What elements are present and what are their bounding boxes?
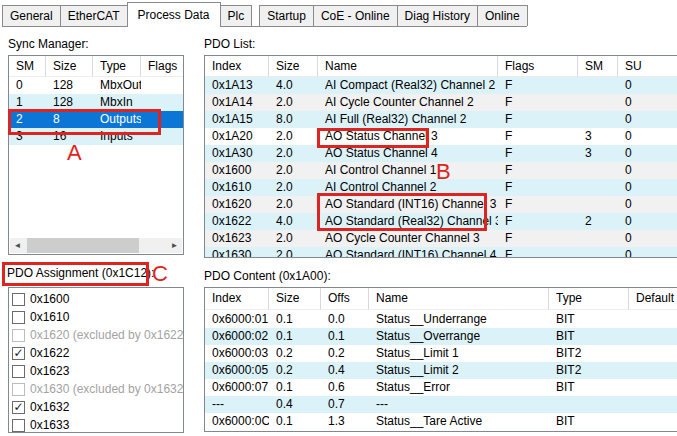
column-header-size[interactable]: Size	[46, 56, 93, 77]
column-header-offs[interactable]: Offs	[321, 288, 369, 310]
pdo-content-row-0x6000-02[interactable]: 0x6000:020.10.1Status__OverrangeBIT	[205, 328, 677, 345]
pdo-content-row-0x6000-0c[interactable]: 0x6000:0C0.11.3Status__Tare ActiveBIT	[205, 413, 677, 430]
cell: 0.1	[269, 379, 321, 396]
column-header-size[interactable]: Size	[269, 288, 321, 310]
cell: 0x1620	[205, 196, 269, 213]
sync-manager-row-3[interactable]: 316Inputs	[9, 128, 183, 145]
cell: 0.4	[321, 362, 369, 379]
cell: 2.0	[269, 179, 318, 196]
pdo-assignment-item-0x1622[interactable]: ✓0x1622	[9, 344, 183, 362]
cell: F	[498, 111, 578, 128]
cell: 0x6000:02	[205, 328, 269, 345]
column-header-default-h[interactable]: Default (h	[629, 288, 677, 310]
pdo-list-row-0x1622[interactable]: 0x16224.0AO Standard (Real32) Channel 3F…	[205, 213, 677, 230]
checkbox-icon[interactable]	[12, 311, 25, 324]
cell: 0	[618, 128, 677, 145]
pdo-content-row-0x6000-07[interactable]: 0x6000:070.10.6Status__ErrorBIT	[205, 379, 677, 396]
column-header-sm[interactable]: SM	[9, 56, 46, 77]
pdo-list-row-0x1620[interactable]: 0x16202.0AO Standard (INT16) Channel 3F0	[205, 196, 677, 213]
cell: 3	[578, 128, 618, 145]
cell	[629, 328, 677, 345]
column-header-name[interactable]: Name	[318, 56, 498, 77]
pdo-content-row-0x6000-05[interactable]: 0x6000:050.20.4Status__Limit 2BIT2	[205, 362, 677, 379]
cell: 0x1623	[205, 230, 269, 247]
cell: 1.3	[321, 413, 369, 430]
checkbox-label: 0x1630 (excluded by 0x1632)	[25, 382, 184, 396]
scroll-left-icon[interactable]: ◄	[10, 238, 25, 253]
pdo-list-row-0x1630[interactable]: 0x16302.0AO Standard (INT16) Channel 4F0	[205, 247, 677, 258]
cell: 128	[46, 77, 93, 94]
column-header-index[interactable]: Index	[205, 56, 269, 77]
sync-manager-table: SMSizeTypeFlags 0128MbxOut1128MbxIn28Out…	[8, 55, 184, 255]
pdo-assignment-item-0x1620[interactable]: 0x1620 (excluded by 0x1622)	[9, 326, 183, 344]
cell: 2.0	[269, 196, 318, 213]
tab-ethercat[interactable]: EtherCAT	[60, 5, 128, 26]
pdo-list-row-0x1a15[interactable]: 0x1A158.0AI Full (Real32) Channel 2F0	[205, 111, 677, 128]
checkbox-icon[interactable]	[12, 293, 25, 306]
tab-coe-online[interactable]: CoE - Online	[313, 5, 398, 26]
sync-manager-row-2[interactable]: 28Outputs	[9, 111, 183, 128]
cell: AI Cycle Counter Channel 2	[318, 94, 498, 111]
cell: 16	[46, 128, 93, 145]
checkbox-icon[interactable]	[12, 329, 25, 342]
cell	[141, 111, 183, 128]
checkbox-icon[interactable]	[12, 365, 25, 378]
pdo-list-row-0x1a20[interactable]: 0x1A202.0AO Status Channel 3F30	[205, 128, 677, 145]
cell	[578, 247, 618, 258]
sync-manager-label: Sync Manager:	[8, 37, 89, 51]
cell	[629, 311, 677, 328]
pdo-list-row-0x1610[interactable]: 0x16102.0AI Control Channel 2F0	[205, 179, 677, 196]
pdo-assignment-item-0x1610[interactable]: 0x1610	[9, 308, 183, 326]
column-header-name[interactable]: Name	[369, 288, 549, 310]
cell	[549, 396, 629, 413]
tab-online[interactable]: Online	[477, 5, 528, 26]
column-header-type[interactable]: Type	[93, 56, 141, 77]
column-header-size[interactable]: Size	[269, 56, 318, 77]
tab-diag-history[interactable]: Diag History	[397, 5, 478, 26]
cell	[629, 345, 677, 362]
column-header-index[interactable]: Index	[205, 288, 269, 310]
column-header-flags[interactable]: Flags	[141, 56, 183, 77]
pdo-list-row-0x1a30[interactable]: 0x1A302.0AO Status Channel 4F30	[205, 145, 677, 162]
pdo-list-row-0x1623[interactable]: 0x16232.0AO Cycle Counter Channel 3F0	[205, 230, 677, 247]
checkbox-icon[interactable]	[12, 383, 25, 396]
pdo-content-label: PDO Content (0x1A00):	[204, 269, 331, 283]
checkbox-icon[interactable]	[12, 419, 25, 432]
tab-process-data[interactable]: Process Data	[127, 2, 221, 27]
pdo-list-row-0x1a13[interactable]: 0x1A134.0AI Compact (Real32) Channel 2F0	[205, 77, 677, 94]
cell: F	[498, 196, 578, 213]
pdo-assignment-item-0x1633[interactable]: 0x1633	[9, 416, 183, 433]
pdo-list-row-0x1600[interactable]: 0x16002.0AI Control Channel 1F0	[205, 162, 677, 179]
pdo-content-header: IndexSizeOffsNameTypeDefault (h	[205, 288, 677, 310]
tab-general[interactable]: General	[2, 5, 61, 26]
cell: 0	[618, 77, 677, 94]
tab-plc[interactable]: Plc	[220, 5, 253, 26]
pdo-content-row-0x6000-03[interactable]: 0x6000:030.20.2Status__Limit 1BIT2	[205, 345, 677, 362]
cell: 2.0	[269, 145, 318, 162]
column-header-type[interactable]: Type	[549, 288, 629, 310]
column-header-sm[interactable]: SM	[578, 56, 618, 77]
pdo-assignment-item-0x1630[interactable]: 0x1630 (excluded by 0x1632)	[9, 380, 183, 398]
cell: F	[498, 145, 578, 162]
scroll-right-icon[interactable]: ►	[167, 238, 182, 253]
column-header-flags[interactable]: Flags	[498, 56, 578, 77]
cell: MbxOut	[93, 77, 141, 94]
tab-startup[interactable]: Startup	[259, 5, 314, 26]
sync-manager-hscrollbar[interactable]: ◄ ►	[10, 238, 182, 253]
checkbox-checked-icon[interactable]: ✓	[12, 347, 25, 360]
pdo-assignment-item-0x1600[interactable]: 0x1600	[9, 290, 183, 308]
column-header-su[interactable]: SU	[618, 56, 677, 77]
cell: 0x1A20	[205, 128, 269, 145]
pdo-content-row-[interactable]: ---0.40.7---	[205, 396, 677, 413]
checkbox-checked-icon[interactable]: ✓	[12, 401, 25, 414]
pdo-assignment-item-0x1632[interactable]: ✓0x1632	[9, 398, 183, 416]
sync-manager-row-0[interactable]: 0128MbxOut	[9, 77, 183, 94]
pdo-content-row-0x6000-01[interactable]: 0x6000:010.10.0Status__UnderrangeBIT	[205, 311, 677, 328]
pdo-list-row-0x1a14[interactable]: 0x1A142.0AI Cycle Counter Channel 2F0	[205, 94, 677, 111]
pdo-assignment-item-0x1623[interactable]: 0x1623	[9, 362, 183, 380]
sync-manager-row-1[interactable]: 1128MbxIn	[9, 94, 183, 111]
cell: 0x6000:01	[205, 311, 269, 328]
cell	[629, 362, 677, 379]
checkbox-label: 0x1633	[25, 418, 69, 432]
scrollbar-thumb[interactable]	[27, 238, 139, 253]
